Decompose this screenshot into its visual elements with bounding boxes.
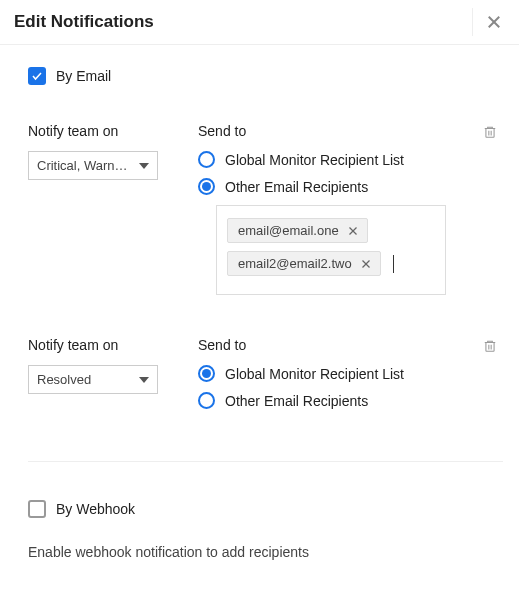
sendto-label-2: Send to bbox=[198, 337, 503, 353]
notification-group-1: Notify team on Critical, Warn… Send to G… bbox=[28, 123, 503, 295]
delete-group-button-2[interactable] bbox=[481, 337, 499, 358]
notify-select-1[interactable]: Critical, Warn… bbox=[28, 151, 158, 180]
text-cursor bbox=[393, 255, 394, 273]
by-email-row: By Email bbox=[28, 67, 503, 85]
radio-global-label-2: Global Monitor Recipient List bbox=[225, 366, 404, 382]
close-icon bbox=[347, 225, 359, 237]
radio-other-label-1: Other Email Recipients bbox=[225, 179, 368, 195]
webhook-section: By Webhook Enable webhook notification t… bbox=[28, 500, 503, 560]
radio-other-row-2: Other Email Recipients bbox=[198, 392, 503, 409]
by-webhook-row: By Webhook bbox=[28, 500, 503, 518]
notification-group-2: Notify team on Resolved Send to Global M… bbox=[28, 337, 503, 419]
close-icon bbox=[485, 13, 503, 31]
by-email-label: By Email bbox=[56, 68, 111, 84]
radio-global-2[interactable] bbox=[198, 365, 215, 382]
notify-select-2[interactable]: Resolved bbox=[28, 365, 158, 394]
notify-select-value-2: Resolved bbox=[37, 372, 91, 387]
radio-global-1[interactable] bbox=[198, 151, 215, 168]
notify-label-2: Notify team on bbox=[28, 337, 158, 353]
email-chip-text: email@email.one bbox=[238, 223, 339, 238]
email-chips-input[interactable]: email@email.one email2@email2.two bbox=[216, 205, 446, 295]
email-chip: email2@email2.two bbox=[227, 251, 381, 276]
radio-other-row-1: Other Email Recipients bbox=[198, 178, 503, 195]
chip-remove-button[interactable] bbox=[358, 258, 374, 270]
radio-other-2[interactable] bbox=[198, 392, 215, 409]
svg-rect-6 bbox=[486, 129, 494, 138]
radio-global-row-2: Global Monitor Recipient List bbox=[198, 365, 503, 382]
close-icon bbox=[360, 258, 372, 270]
chevron-down-icon bbox=[139, 163, 149, 169]
notify-column-2: Notify team on Resolved bbox=[28, 337, 158, 394]
trash-icon bbox=[483, 125, 497, 139]
chip-remove-button[interactable] bbox=[345, 225, 361, 237]
edit-notifications-dialog: Edit Notifications By Email Notify team … bbox=[0, 0, 519, 614]
radio-global-row-1: Global Monitor Recipient List bbox=[198, 151, 503, 168]
dialog-body: By Email Notify team on Critical, Warn… … bbox=[0, 45, 519, 560]
notify-select-value-1: Critical, Warn… bbox=[37, 158, 128, 173]
svg-rect-9 bbox=[486, 343, 494, 352]
radio-global-label-1: Global Monitor Recipient List bbox=[225, 152, 404, 168]
sendto-column-2: Send to Global Monitor Recipient List Ot… bbox=[198, 337, 503, 419]
dialog-header: Edit Notifications bbox=[0, 0, 519, 45]
check-icon bbox=[31, 70, 43, 82]
sendto-label-1: Send to bbox=[198, 123, 503, 139]
section-divider bbox=[28, 461, 503, 462]
notify-column-1: Notify team on Critical, Warn… bbox=[28, 123, 158, 180]
dialog-title: Edit Notifications bbox=[14, 12, 154, 32]
delete-group-button-1[interactable] bbox=[481, 123, 499, 144]
by-email-checkbox[interactable] bbox=[28, 67, 46, 85]
notify-label-1: Notify team on bbox=[28, 123, 158, 139]
trash-icon bbox=[483, 339, 497, 353]
radio-other-1[interactable] bbox=[198, 178, 215, 195]
by-webhook-label: By Webhook bbox=[56, 501, 135, 517]
radio-other-label-2: Other Email Recipients bbox=[225, 393, 368, 409]
email-chip: email@email.one bbox=[227, 218, 368, 243]
by-webhook-checkbox[interactable] bbox=[28, 500, 46, 518]
close-button[interactable] bbox=[472, 8, 507, 36]
email-chip-text: email2@email2.two bbox=[238, 256, 352, 271]
chevron-down-icon bbox=[139, 377, 149, 383]
sendto-column-1: Send to Global Monitor Recipient List Ot… bbox=[198, 123, 503, 295]
webhook-help-text: Enable webhook notification to add recip… bbox=[28, 544, 503, 560]
